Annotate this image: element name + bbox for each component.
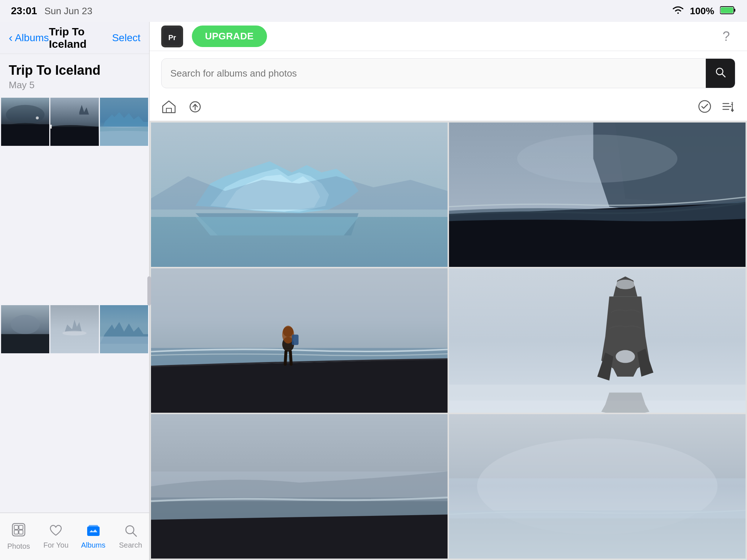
tab-bar: Photos For You Albums [0,513,149,560]
svg-rect-21 [19,525,23,529]
photo-rock-arch[interactable] [449,268,746,413]
photo-cell[interactable] [50,98,98,146]
search-tab-label: Search [119,541,142,549]
svg-rect-20 [14,525,18,529]
svg-rect-32 [166,108,171,113]
svg-line-52 [285,351,286,364]
svg-line-53 [290,351,291,364]
svg-rect-1 [734,9,735,12]
chevron-left-icon: ‹ [9,31,13,44]
back-button[interactable]: ‹ Albums [9,31,49,44]
home-icon[interactable] [161,100,177,117]
svg-point-44 [517,135,677,183]
photo-misty-bottom[interactable] [449,414,746,559]
photo-cell[interactable] [100,98,148,146]
sort-za-icon[interactable]: Z A [721,99,735,117]
svg-point-4 [6,105,44,124]
svg-rect-9 [50,125,52,129]
svg-text:Pr: Pr [168,34,176,42]
left-panel: ‹ Albums Trip To Iceland Select Trip To … [0,22,150,560]
help-button[interactable]: ? [717,27,735,46]
svg-rect-23 [19,530,23,534]
photo-cell[interactable] [1,305,49,353]
photos-tab-label: Photos [7,542,30,551]
wifi-icon [672,5,684,17]
photo-cell[interactable] [1,98,49,146]
for-you-tab-label: For You [43,541,69,549]
status-time: 23:01 [11,5,37,17]
tab-photos[interactable]: Photos [0,513,37,560]
nav-bar: ‹ Albums Trip To Iceland Select [0,22,149,54]
svg-rect-8 [50,127,98,146]
check-circle-icon[interactable] [697,99,712,117]
albums-back-label[interactable]: Albums [15,32,49,44]
tab-search[interactable]: Search [112,513,149,560]
svg-rect-65 [449,478,746,518]
search-button[interactable] [706,59,735,88]
battery-percent: 100% [690,5,715,17]
search-bar [161,58,735,88]
photo-glacier[interactable] [151,122,448,267]
album-header: Trip To Iceland May 5 [0,54,149,97]
app-logo: Pr [161,26,183,47]
album-date: May 5 [9,79,140,91]
svg-rect-46 [151,268,448,351]
toolbar: Z A [150,96,747,121]
svg-point-13 [11,315,39,334]
svg-point-34 [699,101,711,112]
app-top-bar: Pr UPGRADE ? [150,22,747,51]
album-title: Trip To Iceland [9,63,140,78]
right-photo-grid [150,121,747,560]
svg-line-27 [133,533,136,536]
upload-icon[interactable] [187,100,203,117]
select-button[interactable]: Select [112,32,140,44]
svg-rect-56 [449,401,746,413]
upgrade-button[interactable]: UPGRADE [192,26,267,47]
status-date: Sun Jun 23 [44,5,93,17]
svg-rect-14 [1,334,49,353]
left-photo-grid [0,97,149,513]
svg-rect-25 [89,525,98,527]
status-bar: 23:01 Sun Jun 23 100% [0,0,747,22]
search-icon [715,66,726,81]
svg-rect-18 [100,337,148,353]
svg-point-57 [616,350,635,363]
photo-cell[interactable] [100,305,148,353]
albums-tab-icon [86,524,100,539]
svg-point-6 [36,117,39,120]
svg-line-31 [722,74,725,77]
toolbar-left [161,100,203,117]
tab-albums[interactable]: Albums [75,513,112,560]
photo-person-beach[interactable] [151,268,448,413]
svg-point-16 [62,331,86,335]
svg-rect-22 [14,530,18,534]
search-input[interactable] [162,61,706,86]
divider-handle [147,276,151,306]
svg-rect-51 [292,335,298,345]
photo-black-beach-cliffs[interactable] [449,122,746,267]
photos-tab-icon [12,523,26,540]
toolbar-right: Z A [697,99,735,117]
svg-rect-5 [1,124,49,146]
svg-point-58 [616,280,635,289]
photo-sea-cliffs-bottom[interactable] [151,414,448,559]
for-you-tab-icon [49,524,63,539]
svg-rect-61 [151,471,448,501]
svg-rect-2 [721,7,733,13]
search-tab-icon [124,524,138,539]
nav-title: Trip To Iceland [49,26,112,50]
right-panel: Pr UPGRADE ? [150,22,747,560]
albums-tab-label: Albums [81,541,105,549]
tab-for-you[interactable]: For You [37,513,74,560]
search-container [150,51,747,96]
photo-cell[interactable] [50,305,98,353]
battery-icon [720,6,736,16]
